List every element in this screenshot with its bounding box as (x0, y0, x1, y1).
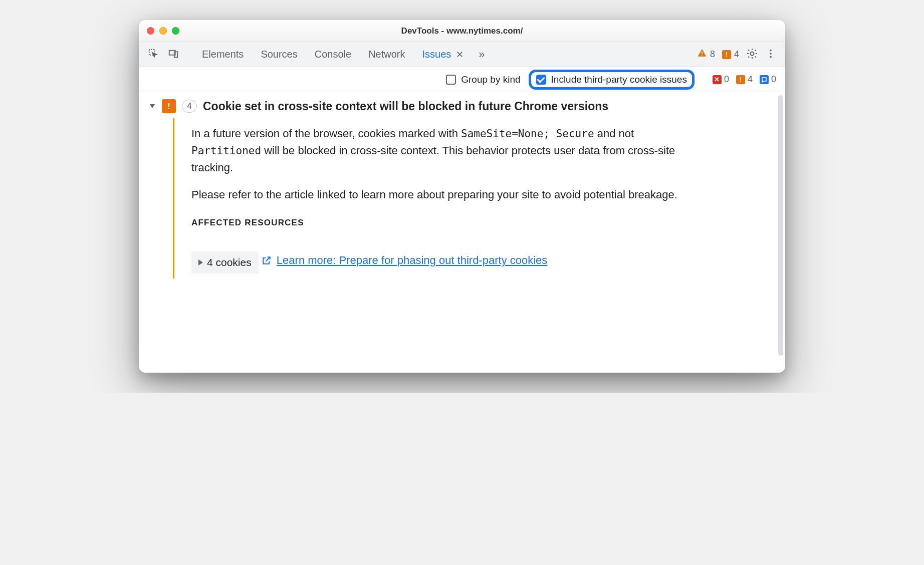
svg-point-6 (770, 49, 772, 51)
error-icon: ✕ (713, 75, 722, 84)
warning-triangle-icon (697, 48, 707, 61)
issue-severity-icon: ! (162, 99, 176, 113)
window-title: DevTools - www.nytimes.com/ (139, 26, 785, 36)
issue-description-2: Please refer to the article linked to le… (191, 186, 684, 203)
errors-badge[interactable]: ! 4 (722, 49, 739, 60)
code-samesite: SameSite=None; Secure (461, 128, 594, 140)
filter-errors-count[interactable]: ✕ 0 (713, 74, 729, 85)
external-link-icon (262, 255, 272, 265)
learn-more-link[interactable]: Learn more: Prepare for phasing out thir… (262, 252, 548, 269)
tab-elements[interactable]: Elements (197, 49, 249, 60)
info-icon (760, 75, 769, 84)
more-options-icon[interactable] (765, 48, 776, 61)
devtools-toolbar: Elements Sources Console Network Issues … (139, 42, 785, 67)
warning-icon: ! (736, 75, 745, 84)
warnings-count: 8 (710, 49, 715, 60)
issue-description-1: In a future version of the browser, cook… (191, 125, 684, 176)
tab-sources[interactable]: Sources (256, 49, 302, 60)
tab-issues[interactable]: Issues ✕ (417, 49, 469, 60)
affected-resources-heading: Affected Resources (191, 216, 684, 229)
error-square-icon: ! (722, 50, 731, 59)
svg-rect-4 (702, 55, 703, 56)
device-toolbar-icon[interactable] (168, 48, 179, 61)
issue-occurrence-count: 4 (182, 100, 197, 113)
warnings-badge[interactable]: 8 (697, 48, 715, 61)
tab-network[interactable]: Network (363, 49, 410, 60)
svg-point-5 (751, 52, 754, 55)
settings-gear-icon[interactable] (746, 48, 758, 62)
issues-filter-bar: Group by kind Include third-party cookie… (139, 67, 785, 92)
disclosure-triangle-icon[interactable] (150, 104, 155, 108)
close-tab-icon[interactable]: ✕ (456, 49, 464, 60)
tab-issues-label: Issues (422, 49, 451, 60)
affected-cookies-text: 4 cookies (207, 254, 252, 271)
errors-count: 4 (734, 49, 739, 60)
inspect-element-icon[interactable] (148, 48, 159, 61)
tab-console[interactable]: Console (310, 49, 356, 60)
group-by-kind-checkbox[interactable] (446, 75, 456, 85)
issue-details: In a future version of the browser, cook… (173, 118, 694, 278)
more-tabs-icon[interactable]: » (476, 48, 482, 61)
issues-panel-content: ! 4 Cookie set in cross-site context wil… (139, 92, 785, 373)
expand-triangle-icon (198, 259, 203, 265)
filter-warnings-count[interactable]: ! 4 (736, 74, 753, 85)
svg-rect-3 (702, 52, 703, 54)
issue-title: Cookie set in cross-site context will be… (203, 100, 608, 113)
traffic-lights (147, 27, 179, 35)
issue-row-header[interactable]: ! 4 Cookie set in cross-site context wil… (149, 99, 775, 113)
group-by-kind-label: Group by kind (461, 74, 520, 85)
include-third-party-checkbox[interactable] (536, 75, 546, 85)
svg-point-7 (770, 53, 772, 55)
minimize-window-button[interactable] (159, 27, 167, 35)
window-titlebar: DevTools - www.nytimes.com/ (139, 20, 785, 42)
include-third-party-option[interactable]: Include third-party cookie issues (529, 70, 695, 90)
svg-point-8 (770, 56, 772, 58)
zoom-window-button[interactable] (172, 27, 179, 35)
close-window-button[interactable] (147, 27, 154, 35)
include-third-party-label: Include third-party cookie issues (551, 74, 687, 85)
group-by-kind-option[interactable]: Group by kind (446, 74, 520, 85)
affected-cookies-expander[interactable]: 4 cookies (191, 251, 259, 274)
filter-info-count[interactable]: 0 (760, 74, 776, 85)
code-partitioned: Partitioned (191, 145, 261, 157)
devtools-window: DevTools - www.nytimes.com/ Elements Sou… (139, 20, 785, 373)
learn-more-text: Learn more: Prepare for phasing out thir… (277, 252, 548, 269)
scrollbar-thumb[interactable] (778, 95, 783, 356)
